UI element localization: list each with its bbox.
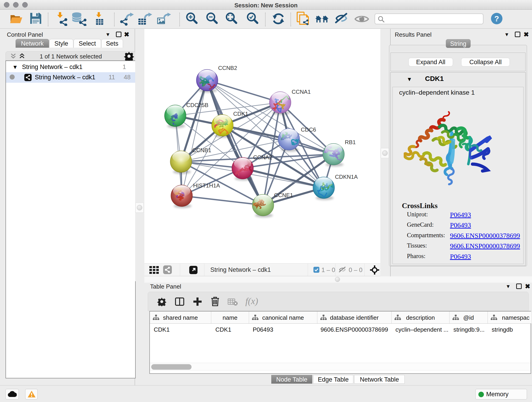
svg-text:CCNB1: CCNB1 (192, 147, 211, 153)
svg-text:RB1: RB1 (345, 139, 356, 145)
svg-text:CCNA2: CCNA2 (253, 154, 272, 160)
svg-text:CCNB2: CCNB2 (218, 65, 237, 71)
svg-text:HIST1H1A: HIST1H1A (193, 182, 220, 189)
svg-text:CDC6: CDC6 (301, 127, 316, 133)
svg-text:CDK1: CDK1 (233, 111, 248, 117)
svg-text:CCNA1: CCNA1 (292, 89, 311, 95)
svg-text:CCNE1: CCNE1 (274, 192, 293, 198)
svg-text:CDC25B: CDC25B (186, 102, 209, 108)
svg-text:CDKN1A: CDKN1A (335, 174, 358, 180)
